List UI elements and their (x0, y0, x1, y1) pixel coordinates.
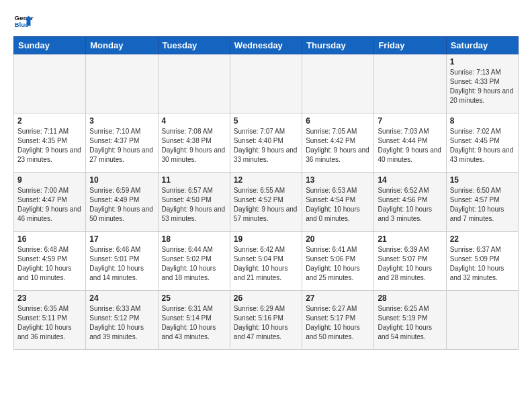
week-row-5: 23Sunrise: 6:35 AM Sunset: 5:11 PM Dayli… (14, 291, 519, 350)
calendar-cell: 24Sunrise: 6:33 AM Sunset: 5:12 PM Dayli… (86, 291, 158, 350)
calendar-cell: 27Sunrise: 6:27 AM Sunset: 5:17 PM Dayli… (302, 291, 374, 350)
day-number: 1 (450, 57, 515, 66)
calendar-cell: 18Sunrise: 6:44 AM Sunset: 5:02 PM Dayli… (158, 232, 230, 291)
calendar-cell (230, 54, 302, 113)
day-info: Sunrise: 7:08 AM Sunset: 4:38 PM Dayligh… (162, 127, 226, 165)
calendar-cell: 22Sunrise: 6:37 AM Sunset: 5:09 PM Dayli… (446, 232, 518, 291)
weekday-header-thursday: Thursday (302, 37, 374, 54)
calendar-cell: 13Sunrise: 6:53 AM Sunset: 4:54 PM Dayli… (302, 173, 374, 232)
calendar-cell: 4Sunrise: 7:08 AM Sunset: 4:38 PM Daylig… (158, 113, 230, 173)
calendar-cell (446, 291, 518, 350)
week-row-2: 2Sunrise: 7:11 AM Sunset: 4:35 PM Daylig… (14, 113, 519, 173)
day-info: Sunrise: 6:39 AM Sunset: 5:07 PM Dayligh… (378, 245, 442, 283)
calendar-cell (302, 54, 374, 113)
day-number: 7 (378, 116, 442, 126)
day-info: Sunrise: 6:31 AM Sunset: 5:14 PM Dayligh… (162, 304, 226, 342)
week-row-3: 9Sunrise: 7:00 AM Sunset: 4:47 PM Daylig… (14, 173, 519, 232)
day-number: 17 (89, 234, 154, 244)
calendar-cell: 1Sunrise: 7:13 AM Sunset: 4:33 PM Daylig… (446, 54, 518, 113)
page-header: General Blue (13, 11, 519, 31)
day-info: Sunrise: 7:02 AM Sunset: 4:45 PM Dayligh… (450, 127, 515, 165)
day-number: 18 (162, 234, 226, 244)
calendar-cell (158, 54, 230, 113)
calendar-cell: 26Sunrise: 6:29 AM Sunset: 5:16 PM Dayli… (230, 291, 302, 350)
day-info: Sunrise: 7:07 AM Sunset: 4:40 PM Dayligh… (234, 127, 298, 165)
logo-icon: General Blue (13, 11, 34, 31)
day-number: 5 (234, 116, 298, 126)
calendar-table: SundayMondayTuesdayWednesdayThursdayFrid… (13, 36, 519, 350)
weekday-header-tuesday: Tuesday (158, 37, 230, 54)
weekday-header-friday: Friday (374, 37, 446, 54)
day-number: 22 (450, 234, 515, 244)
day-number: 20 (306, 234, 370, 244)
day-info: Sunrise: 6:46 AM Sunset: 5:01 PM Dayligh… (89, 245, 154, 283)
day-number: 11 (162, 175, 226, 185)
day-info: Sunrise: 6:41 AM Sunset: 5:06 PM Dayligh… (306, 245, 370, 283)
calendar-cell: 2Sunrise: 7:11 AM Sunset: 4:35 PM Daylig… (14, 113, 86, 173)
weekday-header-row: SundayMondayTuesdayWednesdayThursdayFrid… (14, 37, 519, 54)
day-info: Sunrise: 6:42 AM Sunset: 5:04 PM Dayligh… (234, 245, 298, 283)
day-info: Sunrise: 6:29 AM Sunset: 5:16 PM Dayligh… (234, 304, 298, 342)
weekday-header-monday: Monday (86, 37, 158, 54)
day-number: 15 (450, 175, 515, 185)
calendar-cell: 12Sunrise: 6:55 AM Sunset: 4:52 PM Dayli… (230, 173, 302, 232)
day-info: Sunrise: 6:33 AM Sunset: 5:12 PM Dayligh… (89, 304, 154, 342)
day-number: 14 (378, 175, 442, 185)
day-info: Sunrise: 6:52 AM Sunset: 4:56 PM Dayligh… (378, 186, 442, 224)
calendar-cell: 5Sunrise: 7:07 AM Sunset: 4:40 PM Daylig… (230, 113, 302, 173)
day-info: Sunrise: 6:55 AM Sunset: 4:52 PM Dayligh… (234, 186, 298, 224)
day-info: Sunrise: 6:27 AM Sunset: 5:17 PM Dayligh… (306, 304, 370, 342)
day-number: 21 (378, 234, 442, 244)
day-info: Sunrise: 6:25 AM Sunset: 5:19 PM Dayligh… (378, 304, 442, 342)
day-number: 8 (450, 116, 515, 126)
day-info: Sunrise: 7:11 AM Sunset: 4:35 PM Dayligh… (17, 127, 82, 165)
day-info: Sunrise: 7:00 AM Sunset: 4:47 PM Dayligh… (17, 186, 82, 224)
calendar-cell (14, 54, 86, 113)
day-number: 9 (17, 175, 82, 185)
calendar-cell: 11Sunrise: 6:57 AM Sunset: 4:50 PM Dayli… (158, 173, 230, 232)
calendar-cell: 8Sunrise: 7:02 AM Sunset: 4:45 PM Daylig… (446, 113, 518, 173)
day-number: 13 (306, 175, 370, 185)
calendar-cell: 7Sunrise: 7:03 AM Sunset: 4:44 PM Daylig… (374, 113, 446, 173)
day-info: Sunrise: 6:57 AM Sunset: 4:50 PM Dayligh… (162, 186, 226, 224)
calendar-cell: 14Sunrise: 6:52 AM Sunset: 4:56 PM Dayli… (374, 173, 446, 232)
day-number: 25 (162, 293, 226, 303)
calendar-cell: 10Sunrise: 6:59 AM Sunset: 4:49 PM Dayli… (86, 173, 158, 232)
calendar-cell: 6Sunrise: 7:05 AM Sunset: 4:42 PM Daylig… (302, 113, 374, 173)
day-info: Sunrise: 7:13 AM Sunset: 4:33 PM Dayligh… (450, 68, 515, 105)
day-number: 16 (17, 234, 82, 244)
calendar-cell: 15Sunrise: 6:50 AM Sunset: 4:57 PM Dayli… (446, 173, 518, 232)
logo: General Blue (13, 11, 34, 31)
day-number: 27 (306, 293, 370, 303)
calendar-cell: 20Sunrise: 6:41 AM Sunset: 5:06 PM Dayli… (302, 232, 374, 291)
day-number: 2 (17, 116, 82, 126)
day-number: 23 (17, 293, 82, 303)
calendar-cell: 17Sunrise: 6:46 AM Sunset: 5:01 PM Dayli… (86, 232, 158, 291)
day-number: 4 (162, 116, 226, 126)
calendar-cell: 28Sunrise: 6:25 AM Sunset: 5:19 PM Dayli… (374, 291, 446, 350)
day-number: 6 (306, 116, 370, 126)
day-number: 12 (234, 175, 298, 185)
day-info: Sunrise: 6:50 AM Sunset: 4:57 PM Dayligh… (450, 186, 515, 224)
calendar-cell (374, 54, 446, 113)
week-row-1: 1Sunrise: 7:13 AM Sunset: 4:33 PM Daylig… (14, 54, 519, 113)
day-info: Sunrise: 6:48 AM Sunset: 4:59 PM Dayligh… (17, 245, 82, 283)
day-info: Sunrise: 6:35 AM Sunset: 5:11 PM Dayligh… (17, 304, 82, 342)
day-number: 19 (234, 234, 298, 244)
day-info: Sunrise: 7:03 AM Sunset: 4:44 PM Dayligh… (378, 127, 442, 165)
calendar-cell: 19Sunrise: 6:42 AM Sunset: 5:04 PM Dayli… (230, 232, 302, 291)
calendar-cell: 9Sunrise: 7:00 AM Sunset: 4:47 PM Daylig… (14, 173, 86, 232)
calendar-cell: 3Sunrise: 7:10 AM Sunset: 4:37 PM Daylig… (86, 113, 158, 173)
svg-text:General: General (15, 14, 34, 21)
calendar-cell: 21Sunrise: 6:39 AM Sunset: 5:07 PM Dayli… (374, 232, 446, 291)
weekday-header-wednesday: Wednesday (230, 37, 302, 54)
day-number: 3 (89, 116, 154, 126)
day-info: Sunrise: 6:53 AM Sunset: 4:54 PM Dayligh… (306, 186, 370, 224)
calendar-cell: 16Sunrise: 6:48 AM Sunset: 4:59 PM Dayli… (14, 232, 86, 291)
day-number: 28 (378, 293, 442, 303)
day-info: Sunrise: 7:10 AM Sunset: 4:37 PM Dayligh… (89, 127, 154, 165)
calendar-cell: 25Sunrise: 6:31 AM Sunset: 5:14 PM Dayli… (158, 291, 230, 350)
calendar-cell: 23Sunrise: 6:35 AM Sunset: 5:11 PM Dayli… (14, 291, 86, 350)
day-number: 24 (89, 293, 154, 303)
day-info: Sunrise: 7:05 AM Sunset: 4:42 PM Dayligh… (306, 127, 370, 165)
